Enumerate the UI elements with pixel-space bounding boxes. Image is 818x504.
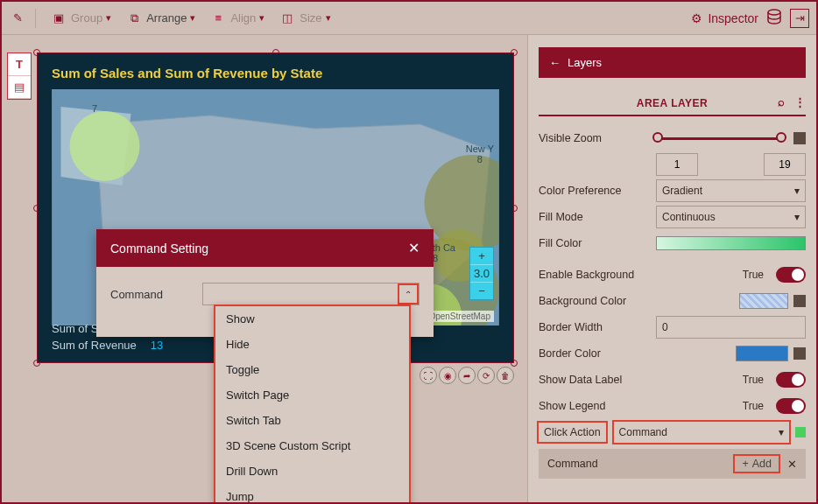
option-3d-script[interactable]: 3D Scene Custom Script bbox=[215, 433, 409, 458]
arrange-icon: ⧉ bbox=[125, 10, 143, 27]
size-label: Size bbox=[300, 11, 321, 24]
border-width-label: Border Width bbox=[539, 321, 649, 333]
filter-icon[interactable]: T bbox=[8, 53, 31, 76]
fill-color-swatch[interactable] bbox=[656, 236, 806, 250]
option-drill-down[interactable]: Drill Down bbox=[215, 458, 409, 484]
show-legend-toggle[interactable] bbox=[776, 398, 806, 414]
fill-color-label: Fill Color bbox=[539, 237, 649, 249]
database-icon bbox=[765, 8, 783, 28]
align-icon: ≡ bbox=[209, 10, 227, 27]
reset-swatch[interactable] bbox=[793, 347, 806, 360]
size-menu[interactable]: ◫ Size ▾ bbox=[273, 6, 335, 31]
command-select[interactable]: ⌃ bbox=[202, 283, 420, 305]
refresh-icon[interactable]: ⟳ bbox=[477, 367, 495, 384]
group-label: Group bbox=[71, 11, 102, 24]
close-icon[interactable]: ✕ bbox=[408, 240, 420, 256]
zoom-level: 3.0 bbox=[470, 265, 493, 283]
option-hide[interactable]: Hide bbox=[215, 332, 409, 357]
border-color-label: Border Color bbox=[539, 347, 649, 360]
command-row: Command +Add ✕ bbox=[539, 449, 806, 479]
chevron-down-icon: ▾ bbox=[779, 426, 784, 438]
chevron-down-icon: ▾ bbox=[106, 12, 111, 24]
fill-mode-label: Fill Mode bbox=[539, 211, 649, 223]
zoom-max-input[interactable] bbox=[764, 153, 806, 176]
fullscreen-icon[interactable]: ⛶ bbox=[420, 367, 437, 384]
command-label: Command bbox=[110, 288, 194, 301]
size-icon: ◫ bbox=[279, 10, 296, 27]
zoom-out-button[interactable]: − bbox=[470, 283, 493, 299]
option-toggle[interactable]: Toggle bbox=[215, 357, 409, 382]
eye-icon[interactable]: ◉ bbox=[439, 367, 456, 384]
visible-zoom-label: Visible Zoom bbox=[539, 132, 649, 144]
add-command-button[interactable]: +Add bbox=[733, 454, 780, 473]
data-tab[interactable] bbox=[765, 8, 783, 28]
back-arrow-icon[interactable]: ← bbox=[549, 56, 561, 69]
svg-point-0 bbox=[768, 10, 780, 15]
layers-bar[interactable]: ← Layers bbox=[539, 47, 806, 78]
zoom-in-button[interactable]: + bbox=[470, 248, 493, 265]
widget-title: Sum of Sales and Sum of Revenue by State bbox=[38, 53, 513, 89]
zoom-slider[interactable] bbox=[656, 137, 783, 140]
zoom-min-input[interactable] bbox=[656, 153, 698, 176]
border-color-swatch[interactable] bbox=[736, 346, 788, 361]
more-icon[interactable]: ⋮ bbox=[794, 95, 807, 108]
canvas-area[interactable]: T ▤ Sum of Sales and Sum of Revenue by S… bbox=[2, 35, 527, 502]
top-toolbar: ✎ ▣ Group ▾ ⧉ Arrange ▾ ≡ Align ▾ ◫ Size… bbox=[2, 2, 816, 35]
reset-swatch[interactable] bbox=[793, 295, 806, 307]
chevron-up-icon[interactable]: ⌃ bbox=[398, 284, 419, 304]
left-rail: T ▤ bbox=[7, 52, 32, 100]
show-legend-label: Show Legend bbox=[539, 400, 649, 412]
click-action-select[interactable]: Command▾ bbox=[613, 421, 790, 444]
arrange-menu[interactable]: ⧉ Arrange ▾ bbox=[120, 6, 201, 31]
svg-point-2 bbox=[70, 111, 140, 181]
align-label: Align bbox=[230, 11, 256, 24]
close-icon[interactable]: ✕ bbox=[787, 458, 797, 471]
option-show[interactable]: Show bbox=[215, 306, 409, 332]
color-pref-label: Color Preference bbox=[539, 185, 649, 197]
collapse-panel-button[interactable]: ⇥ bbox=[790, 9, 809, 28]
option-switch-tab[interactable]: Switch Tab bbox=[215, 408, 409, 433]
search-icon[interactable]: ⌕ bbox=[778, 95, 786, 108]
option-jump[interactable]: Jump bbox=[215, 484, 409, 502]
click-action-label: Click Action bbox=[539, 423, 606, 442]
group-menu[interactable]: ▣ Group ▾ bbox=[45, 6, 116, 31]
chevron-down-icon: ▾ bbox=[794, 211, 800, 223]
color-pref-select[interactable]: Gradient▾ bbox=[656, 179, 806, 202]
chevron-down-icon: ▾ bbox=[794, 185, 800, 197]
fill-mode-select[interactable]: Continuous▾ bbox=[656, 206, 806, 228]
status-indicator bbox=[795, 427, 806, 438]
bg-color-swatch[interactable] bbox=[739, 293, 788, 309]
enable-bg-toggle[interactable] bbox=[776, 267, 806, 283]
share-icon[interactable]: ➦ bbox=[458, 367, 476, 384]
trash-icon[interactable]: 🗑 bbox=[497, 367, 514, 384]
command-dropdown: Show Hide Toggle Switch Page Switch Tab … bbox=[214, 304, 411, 502]
command-label: Command bbox=[547, 458, 598, 470]
inspector-label: Inspector bbox=[708, 11, 758, 25]
inspector-panel: ← Layers AREA LAYER ⌕ ⋮ Visible Zoom bbox=[527, 35, 816, 502]
option-switch-page[interactable]: Switch Page bbox=[215, 382, 409, 408]
inspector-tab[interactable]: ⚙ Inspector bbox=[691, 11, 758, 25]
enable-bg-label: Enable Background bbox=[539, 269, 649, 281]
popup-title: Command Setting bbox=[110, 242, 208, 256]
zoom-control: + 3.0 − bbox=[469, 247, 494, 300]
list-icon[interactable]: ▤ bbox=[8, 76, 31, 99]
show-label-label: Show Data Label bbox=[539, 374, 649, 386]
widget-actions: ⛶ ◉ ➦ ⟳ 🗑 bbox=[420, 367, 514, 384]
gear-icon: ⚙ bbox=[691, 11, 702, 25]
border-width-input[interactable]: 0 bbox=[656, 316, 806, 339]
section-title: AREA LAYER ⌕ ⋮ bbox=[539, 88, 806, 116]
group-icon: ▣ bbox=[50, 10, 67, 27]
map-label-ny: New Y8 bbox=[466, 144, 494, 164]
magic-wand-icon[interactable]: ✎ bbox=[9, 10, 26, 27]
reset-swatch[interactable] bbox=[793, 132, 806, 144]
layers-label: Layers bbox=[568, 56, 602, 69]
plus-icon: + bbox=[742, 458, 748, 470]
bg-color-label: Background Color bbox=[539, 295, 649, 307]
show-label-toggle[interactable] bbox=[776, 372, 806, 388]
arrange-label: Arrange bbox=[146, 11, 187, 24]
map-label-wa: 7 bbox=[92, 103, 97, 114]
chevron-down-icon: ▾ bbox=[190, 12, 195, 24]
chevron-down-icon: ▾ bbox=[326, 12, 331, 24]
chevron-down-icon: ▾ bbox=[259, 12, 264, 24]
align-menu[interactable]: ≡ Align ▾ bbox=[204, 6, 270, 31]
